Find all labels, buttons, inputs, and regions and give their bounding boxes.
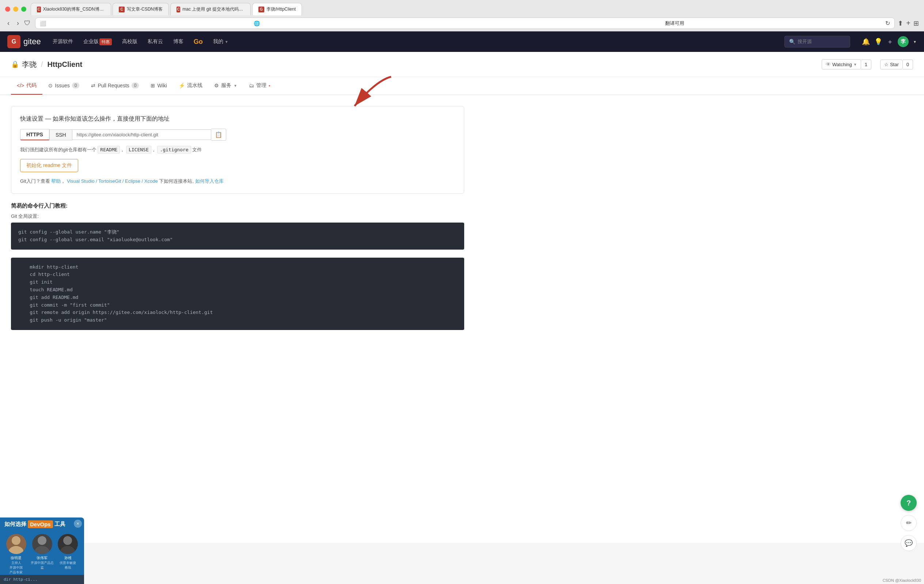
- plus-icon[interactable]: ＋: [887, 37, 893, 46]
- import-link[interactable]: 如何导入仓库: [195, 178, 224, 184]
- tab-manage-label: 管理: [256, 82, 266, 89]
- star-label: Star: [890, 62, 899, 67]
- mine-dropdown-arrow: ▼: [225, 40, 228, 44]
- manage-dot: ●: [269, 84, 271, 87]
- watch-button[interactable]: 👁 Watching ▼: [822, 59, 861, 69]
- nav-university[interactable]: 高校版: [118, 35, 142, 48]
- traffic-light-red[interactable]: [5, 7, 10, 12]
- readme-code: README: [97, 146, 120, 153]
- search-placeholder: 搜开源: [797, 38, 812, 45]
- code-line-1: git config --global user.name "李骁" git c…: [18, 228, 457, 244]
- watch-dropdown-arrow: ▼: [853, 63, 857, 66]
- devops-avatar-2: [32, 534, 52, 543]
- reload-button[interactable]: ↻: [885, 20, 890, 27]
- traffic-light-yellow[interactable]: [13, 7, 18, 12]
- wiki-icon: ⊞: [150, 82, 155, 88]
- star-count: 0: [903, 59, 913, 69]
- repo-owner-link[interactable]: 李骁: [22, 59, 36, 69]
- browser-tab-1[interactable]: C Xiaolock830的博客_CSDN博客-java,c,mySQL...: [31, 3, 111, 15]
- tools-link[interactable]: Visual Studio / TortoiseGit / Eclipse / …: [67, 178, 158, 184]
- avatar-dropdown-arrow: ▼: [913, 40, 917, 44]
- help-float-button[interactable]: ?: [901, 495, 917, 511]
- repo-name-link[interactable]: HttpClient: [48, 60, 82, 69]
- gitee-logo-icon: G: [7, 35, 20, 48]
- repo-code-lines: mkdir http-client cd http-client git ini…: [18, 264, 457, 324]
- clone-url-input[interactable]: [73, 129, 211, 140]
- nav-enterprise[interactable]: 企业版 特惠: [79, 35, 116, 48]
- nav-private-cloud[interactable]: 私有云: [143, 35, 167, 48]
- svg-point-1: [12, 536, 20, 543]
- https-button[interactable]: HTTPS: [20, 129, 50, 140]
- browser-toolbar: ‹ › 🛡 ⬜ 🌐 翻译可用 ↻ ⬆ + ⊞: [0, 15, 924, 31]
- quick-setup-box: 快速设置 — 如果你知道该怎么操作，直接使用下面的地址 HTTPS SSH 📋 …: [11, 106, 464, 194]
- tab-favicon-3: C: [177, 7, 180, 12]
- tab-wiki[interactable]: ⊞ Wiki: [145, 78, 173, 94]
- watch-label: Watching: [832, 62, 852, 67]
- manage-icon: 🗂: [249, 82, 254, 88]
- devops-persons: 徐明星 主持人 开源中国 产品专家 张伟军 开源中国产品总监 孙维 优普丰敏捷 …: [0, 531, 84, 543]
- devops-popup: × 如何选择 DevOps 工具 徐明星 主持人 开源中国 产品专家 张伟军 开…: [0, 518, 84, 543]
- tab-title-1: Xiaolock830的博客_CSDN博客-java,c,mySQL...: [43, 6, 105, 12]
- traffic-light-green[interactable]: [21, 7, 26, 12]
- devops-close-button[interactable]: ×: [74, 520, 82, 528]
- help-link[interactable]: 帮助: [51, 178, 61, 184]
- ssh-button[interactable]: SSH: [50, 129, 73, 140]
- devops-avatar-1: [6, 534, 26, 543]
- services-dropdown: ▼: [234, 84, 237, 88]
- browser-tab-2[interactable]: C 写文章-CSDN博客: [112, 3, 169, 15]
- nav-blog[interactable]: 博客: [169, 35, 188, 48]
- nav-open-source[interactable]: 开源软件: [48, 35, 78, 48]
- svg-point-3: [38, 536, 46, 543]
- tab-pull-requests[interactable]: ⇄ Pull Requests 0: [85, 78, 145, 94]
- quick-setup-title: 快速设置 — 如果你知道该怎么操作，直接使用下面的地址: [20, 115, 455, 123]
- tab-issues[interactable]: ⊙ Issues 0: [42, 78, 85, 94]
- browser-tab-3[interactable]: C mac 上使用 git 提交本地代码到 gitee 仓库_攻城...: [170, 3, 251, 15]
- nav-mine[interactable]: 我的 ▼: [209, 35, 233, 48]
- tab-pipeline-label: 流水线: [187, 82, 203, 89]
- star-icon: ☆: [884, 62, 889, 67]
- global-config-code: git config --global user.name "李骁" git c…: [11, 223, 464, 250]
- init-readme-button[interactable]: 初始化 readme 文件: [20, 159, 78, 172]
- watch-count: 1: [861, 59, 871, 69]
- tab-code[interactable]: </> 代码: [11, 77, 42, 95]
- copy-url-button[interactable]: 📋: [211, 129, 226, 141]
- gitee-logo[interactable]: G gitee: [7, 35, 41, 48]
- lightbulb-icon[interactable]: 💡: [874, 38, 882, 46]
- new-tab-button[interactable]: +: [906, 19, 911, 27]
- back-button[interactable]: ‹: [5, 19, 12, 28]
- tab-pipeline[interactable]: ⚡ 流水线: [173, 77, 208, 95]
- tab-pr-label: Pull Requests: [97, 82, 129, 88]
- address-bar[interactable]: ⬜ 🌐 翻译可用 ↻: [35, 18, 895, 29]
- title-separator: /: [41, 60, 43, 69]
- notification-icon[interactable]: 🔔: [862, 38, 870, 46]
- user-avatar[interactable]: 李: [898, 36, 909, 47]
- tab-manage[interactable]: 🗂 管理 ●: [243, 77, 276, 95]
- watch-group: 👁 Watching ▼ 1: [822, 59, 871, 69]
- repo-actions: 👁 Watching ▼ 1 ☆ Star 0: [822, 59, 913, 69]
- global-settings-label: Git 全局设置:: [11, 213, 464, 219]
- tab-issues-label: Issues: [55, 82, 69, 88]
- enterprise-badge: 特惠: [99, 38, 112, 45]
- browser-tab-4[interactable]: G 李骁/HttpClient: [252, 3, 302, 15]
- grid-button[interactable]: ⊞: [913, 19, 919, 27]
- repo-title: 🔒 李骁 / HttpClient: [11, 59, 82, 69]
- git-intro: Git入门？查看 帮助， Visual Studio / TortoiseGit…: [20, 178, 455, 185]
- tab-title-2: 写文章-CSDN博客: [127, 6, 163, 12]
- gitignore-code: .gitignore: [157, 146, 191, 153]
- repo-commands-code: mkdir http-client cd http-client git ini…: [11, 257, 464, 330]
- tab-services-label: 服务: [221, 82, 231, 89]
- pr-count: 0: [132, 82, 139, 88]
- search-icon: 🔍: [789, 39, 795, 45]
- gitee-logo-text: gitee: [23, 37, 41, 46]
- share-button[interactable]: ⬆: [898, 19, 903, 27]
- star-button[interactable]: ☆ Star: [880, 59, 903, 69]
- forward-button[interactable]: ›: [15, 19, 21, 28]
- pipeline-icon: ⚡: [179, 82, 185, 88]
- nav-go[interactable]: Go: [189, 35, 207, 49]
- page-icon: ⬜: [40, 20, 46, 26]
- license-code: LICENSE: [126, 146, 151, 153]
- search-box[interactable]: 🔍 搜开源: [784, 36, 850, 48]
- pr-icon: ⇄: [91, 82, 96, 88]
- edit-float-button[interactable]: ✏: [901, 515, 917, 531]
- tab-services[interactable]: ⚙ 服务 ▼: [208, 77, 243, 95]
